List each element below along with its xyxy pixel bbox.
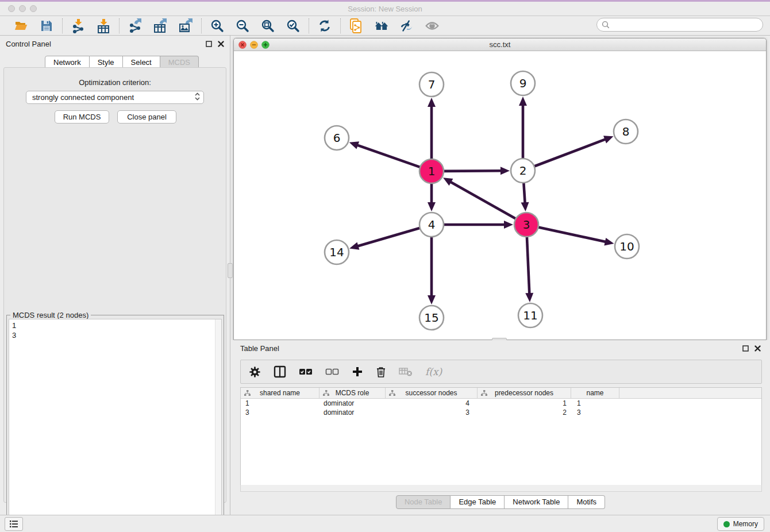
graph-node-label: 1: [428, 164, 436, 178]
select-all-icon[interactable]: [299, 367, 313, 376]
table-row[interactable]: 3 dominator 3 2 3: [241, 408, 761, 417]
search-input[interactable]: [613, 19, 763, 30]
zoom-out-icon[interactable]: [235, 18, 250, 33]
tree-icon: [322, 390, 330, 399]
network-graph[interactable]: 7968124314101511: [234, 51, 766, 340]
table-toolbar: f(x): [240, 360, 762, 384]
tree-icon: [244, 390, 251, 399]
mcds-panel: Optimization criterion: strongly connect…: [3, 67, 226, 503]
ndex-network-icon[interactable]: [349, 18, 364, 33]
export-network-icon[interactable]: [128, 18, 143, 33]
window-zoom-button[interactable]: [30, 5, 37, 12]
net-close-button[interactable]: [238, 41, 247, 49]
network-window: scc.txt 7968124314101511: [233, 38, 767, 340]
tree-icon: [388, 390, 396, 399]
task-history-button[interactable]: [5, 517, 23, 531]
optimization-criterion-label: Optimization criterion:: [4, 78, 226, 87]
tree-icon: [480, 390, 488, 399]
graph-node-label: 15: [424, 311, 438, 325]
tab-motifs[interactable]: Motifs: [568, 495, 605, 509]
close-panel-button[interactable]: Close panel: [117, 110, 176, 124]
import-network-icon[interactable]: [71, 18, 86, 33]
network-window-title: scc.txt: [234, 38, 766, 51]
table-row[interactable]: 1 dominator 4 1 1: [241, 399, 761, 408]
search-icon: [602, 21, 610, 29]
float-panel-icon[interactable]: [206, 41, 212, 47]
chevron-updown-icon: [195, 92, 200, 102]
network-window-titlebar[interactable]: scc.txt: [234, 38, 766, 51]
window-close-button[interactable]: [8, 5, 15, 12]
result-line: 1: [12, 321, 218, 330]
column-header-shared-name[interactable]: shared name: [241, 388, 319, 398]
add-column-icon[interactable]: [352, 366, 363, 377]
delete-column-icon[interactable]: [376, 366, 386, 378]
graph-node-label: 3: [523, 218, 530, 232]
export-table-icon[interactable]: [153, 18, 168, 33]
function-builder-icon[interactable]: f(x): [425, 366, 442, 377]
app-titlebar: Session: New Session: [0, 2, 770, 16]
close-panel-icon[interactable]: [754, 345, 761, 352]
net-minimize-button[interactable]: [250, 41, 258, 49]
graph-node-label: 2: [519, 164, 527, 178]
zoom-in-icon[interactable]: [210, 18, 225, 33]
tab-node-table[interactable]: Node Table: [396, 495, 451, 509]
delete-table-icon[interactable]: [399, 367, 413, 377]
refresh-icon[interactable]: [317, 18, 332, 33]
eye-icon[interactable]: [425, 18, 440, 33]
import-table-icon[interactable]: [96, 18, 111, 33]
graph-node-label: 11: [523, 309, 537, 322]
graph-node-label: 7: [428, 78, 436, 91]
table-tabs: Node Table Edge Table Network Table Moti…: [231, 495, 770, 509]
tab-network-table[interactable]: Network Table: [505, 495, 568, 509]
app-title: Session: New Session: [0, 2, 770, 16]
export-image-icon[interactable]: [178, 18, 193, 33]
run-mcds-button[interactable]: Run MCDS: [55, 110, 109, 124]
hide-graphics-icon[interactable]: [399, 18, 414, 33]
homes-icon[interactable]: [374, 18, 389, 33]
table-horizontal-scrollbar[interactable]: [240, 485, 762, 492]
table-header-row: shared name MCDS role successor nodes pr…: [241, 388, 761, 399]
column-header-mcds-role[interactable]: MCDS role: [319, 388, 386, 398]
memory-button[interactable]: Memory: [717, 517, 764, 531]
list-icon: [9, 520, 18, 528]
column-header-name[interactable]: name: [571, 388, 619, 398]
zoom-fit-icon[interactable]: [260, 18, 275, 33]
window-minimize-button[interactable]: [19, 5, 26, 12]
main-toolbar: [0, 16, 770, 36]
control-panel-title: Control Panel: [6, 40, 51, 48]
graph-node-label: 6: [333, 131, 341, 145]
columns-icon[interactable]: [274, 365, 286, 378]
mcds-result-textarea[interactable]: 1 3: [9, 319, 222, 530]
node-table[interactable]: shared name MCDS role successor nodes pr…: [240, 387, 762, 492]
optimization-criterion-select[interactable]: strongly connected component: [26, 91, 204, 104]
graph-node-label: 4: [428, 218, 436, 232]
gear-icon[interactable]: [249, 366, 261, 378]
deselect-all-icon[interactable]: [325, 367, 339, 376]
graph-node-label: 9: [519, 76, 527, 90]
selected-criterion: strongly connected component: [32, 93, 134, 102]
mcds-result-group: MCDS result (2 nodes) 1 3: [6, 315, 224, 532]
control-panel: Control Panel Network Style Select MCDS …: [0, 36, 230, 515]
save-session-icon[interactable]: [39, 18, 54, 33]
vertical-split-handle[interactable]: [228, 263, 233, 278]
zoom-selected-icon[interactable]: [286, 18, 301, 33]
graph-node-label: 10: [619, 240, 634, 253]
graph-node-label: 8: [622, 125, 630, 138]
column-header-predecessor-nodes[interactable]: predecessor nodes: [478, 388, 571, 398]
result-scrollbar[interactable]: [215, 319, 221, 530]
table-panel-title: Table Panel: [240, 344, 279, 353]
table-panel: Table Panel f(x): [231, 340, 770, 515]
memory-status-icon: [723, 521, 730, 527]
graph-node-label: 14: [329, 245, 344, 259]
net-zoom-button[interactable]: [261, 41, 270, 49]
float-panel-icon[interactable]: [742, 345, 749, 352]
mcds-result-title: MCDS result (2 nodes): [10, 311, 91, 319]
close-panel-icon[interactable]: [218, 41, 224, 47]
open-session-icon[interactable]: [14, 18, 29, 33]
network-canvas[interactable]: 7968124314101511: [234, 51, 766, 340]
status-bar: Memory: [0, 515, 770, 532]
search-box[interactable]: [596, 18, 763, 32]
tab-edge-table[interactable]: Edge Table: [451, 495, 505, 509]
column-header-successor-nodes[interactable]: successor nodes: [386, 388, 478, 398]
result-line: 3: [12, 330, 218, 340]
